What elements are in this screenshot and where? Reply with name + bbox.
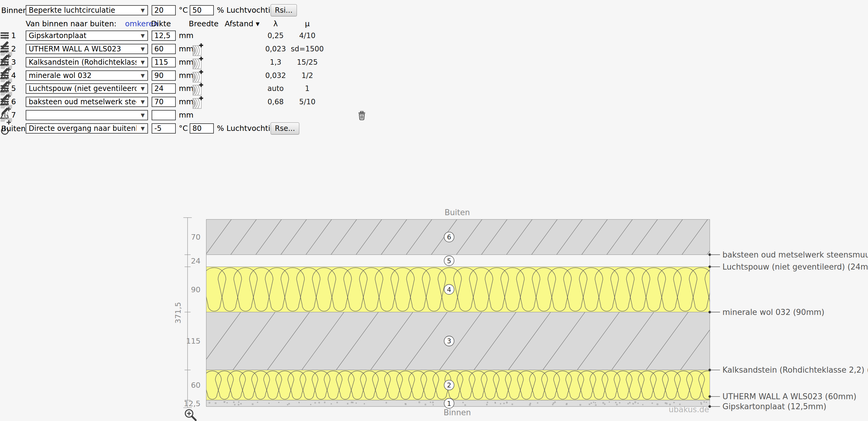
dimension-label: 12,5 (184, 399, 200, 408)
diagram-layer-1[interactable] (206, 400, 710, 407)
ubakus-watermark: ubakus.de (669, 405, 709, 414)
diagram-layer-2[interactable] (206, 370, 710, 400)
dimension-label: 60 (191, 381, 200, 390)
layer-label-5: Luchtspouw (niet geventileerd) (24mm) (722, 262, 868, 271)
diagram-layer-3[interactable] (206, 312, 710, 370)
layer-badge-number: 1 (447, 400, 451, 408)
total-thickness-label: 371,5 (174, 302, 182, 324)
layer-badge-number: 6 (447, 233, 451, 241)
dimension-scale: 7024901156012,5371,5 (174, 218, 200, 408)
layer-label-6: baksteen oud metselwerk steensmuur (70mm… (722, 250, 868, 259)
layer-label-1: Gipskartonplaat (12,5mm) (722, 402, 826, 411)
layer-badge-number: 3 (447, 337, 451, 345)
layer-label-3: Kalksandstein (Rohdichteklasse 2,2) (115… (722, 365, 868, 374)
dimension-label: 90 (191, 285, 200, 294)
dimension-label: 70 (191, 233, 200, 241)
dimension-label: 115 (186, 337, 200, 345)
zoom-in-icon[interactable] (185, 410, 196, 420)
outside-side-label: Buiten (444, 208, 470, 217)
dimension-label: 24 (191, 257, 200, 265)
wall-cross-section-diagram: 6543217024901156012,5371,5BuitenBinnenub… (0, 0, 868, 421)
layer-label-4: minerale wol 032 (90mm) (722, 308, 825, 317)
diagram-layer-5[interactable] (206, 255, 710, 267)
diagram-layer-4[interactable] (206, 267, 710, 312)
diagram-layer-6[interactable] (206, 219, 710, 255)
layer-label-2: UTHERM WALL A WLS023 (60mm) (722, 392, 857, 401)
layer-labels: baksteen oud metselwerk steensmuur (70mm… (709, 250, 868, 411)
layer-badge-number: 5 (447, 257, 451, 265)
layer-badge-number: 4 (447, 286, 451, 294)
layer-badge-number: 2 (447, 382, 451, 389)
inside-side-label: Binnen (444, 408, 471, 417)
